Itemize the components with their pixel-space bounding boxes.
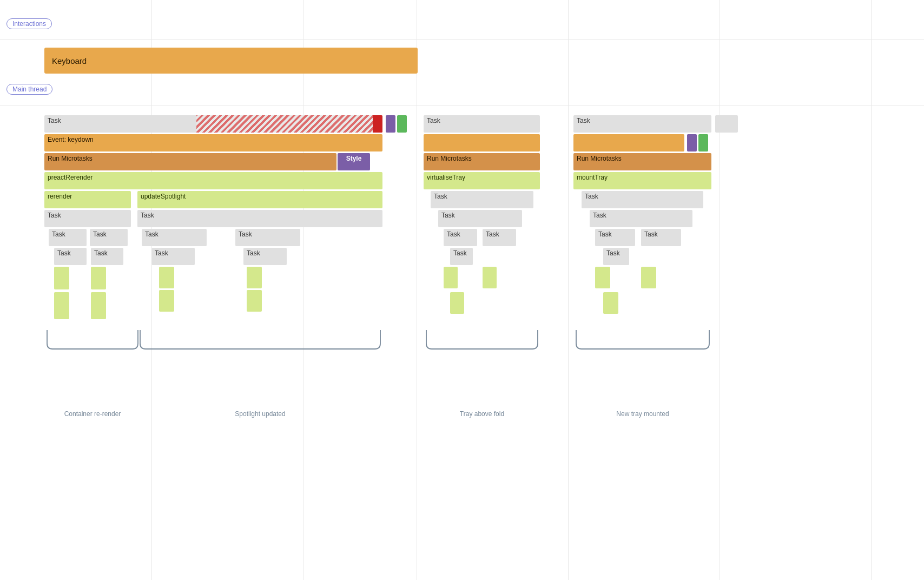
task-spotlight-sub: Task xyxy=(137,210,382,227)
task-mt-sss: Task xyxy=(603,248,629,265)
bracket-container-rerender xyxy=(44,327,141,354)
main-container: Interactions Keyboard Main thread Task E… xyxy=(0,0,924,580)
green-vt1 xyxy=(444,267,458,288)
task-block-3: Task xyxy=(573,115,711,133)
virtualise-tray-block: virtualiseTray xyxy=(424,172,540,189)
sq-green-3 xyxy=(698,134,708,151)
green-deep-us1 xyxy=(159,267,174,288)
run-microtasks-3: Run Microtasks xyxy=(573,153,711,170)
green-deep-rr2 xyxy=(91,267,106,289)
task-us-sub2: Task xyxy=(243,248,287,265)
green-mt3 xyxy=(603,292,618,314)
task-mt-ss1: Task xyxy=(595,229,635,246)
task-hatched-cap xyxy=(373,115,382,133)
small-squares-task1 xyxy=(386,115,407,133)
task-vt-ss1: Task xyxy=(444,229,477,246)
main-thread-label[interactable]: Main thread xyxy=(6,84,52,95)
task-us-sub1: Task xyxy=(151,248,195,265)
keyboard-bar: Keyboard xyxy=(44,48,418,74)
task-rr-2: Task xyxy=(90,229,128,246)
task-vt-sub: Task xyxy=(438,210,522,227)
task-block-1: Task xyxy=(44,115,382,133)
rerender-block: rerender xyxy=(44,191,131,208)
task-vt-ss2: Task xyxy=(483,229,516,246)
task-us-1: Task xyxy=(142,229,207,246)
event-keydown-block: Event: keydown xyxy=(44,134,382,151)
style-button[interactable]: Style xyxy=(338,153,370,170)
grid-overlay xyxy=(0,0,924,580)
task-block-3-right xyxy=(715,115,738,133)
tray-above-fold-label: Tray above fold xyxy=(424,410,540,418)
task-mt-1: Task xyxy=(582,191,703,208)
sq-green-1 xyxy=(397,115,407,133)
bracket-spotlight-updated xyxy=(137,327,383,354)
run-microtasks-left: Run Microtasks xyxy=(44,153,336,170)
sq-purple-3 xyxy=(687,134,697,151)
green-vt3 xyxy=(450,292,464,314)
task-vt-1: Task xyxy=(431,191,533,208)
sq-purple-1 xyxy=(386,115,395,133)
green-deep-rr4 xyxy=(91,292,106,319)
mount-tray-block: mountTray xyxy=(573,172,711,189)
task-mt-ss2: Task xyxy=(641,229,681,246)
orange-2 xyxy=(424,134,540,151)
green-mt2 xyxy=(641,267,656,288)
task-vt-sss: Task xyxy=(450,248,473,265)
green-deep-us4 xyxy=(247,290,262,312)
task-rr-sub2: Task xyxy=(91,248,123,265)
interactions-pill[interactable]: Interactions xyxy=(6,18,52,29)
run-microtasks-2: Run Microtasks xyxy=(424,153,540,170)
new-tray-mounted-label: New tray mounted xyxy=(573,410,712,418)
update-spotlight-block: updateSpotlight xyxy=(137,191,382,208)
task-us-2: Task xyxy=(235,229,300,246)
task-rerender-sub: Task xyxy=(44,210,131,227)
green-deep-rr1 xyxy=(54,267,69,289)
task-rr-1: Task xyxy=(49,229,87,246)
interactions-label[interactable]: Interactions xyxy=(6,18,52,29)
task-mt-sub: Task xyxy=(590,210,692,227)
task-rr-sub1: Task xyxy=(54,248,87,265)
small-squares-task3 xyxy=(687,134,708,151)
task-hatched-overlay xyxy=(196,115,382,133)
keyboard-label: Keyboard xyxy=(52,56,87,65)
green-deep-us2 xyxy=(247,267,262,288)
container-rerender-label: Container re-render xyxy=(44,410,141,418)
spotlight-updated-label: Spotlight updated xyxy=(137,410,383,418)
green-mt1 xyxy=(595,267,610,288)
bracket-new-tray xyxy=(573,327,712,354)
main-thread-pill[interactable]: Main thread xyxy=(6,84,52,95)
bracket-tray-above xyxy=(424,327,540,354)
preact-rerender-block: preactRerender xyxy=(44,172,382,189)
green-deep-us3 xyxy=(159,290,174,312)
task-block-2: Task xyxy=(424,115,540,133)
green-vt2 xyxy=(483,267,497,288)
green-deep-rr3 xyxy=(54,292,69,319)
orange-3 xyxy=(573,134,684,151)
